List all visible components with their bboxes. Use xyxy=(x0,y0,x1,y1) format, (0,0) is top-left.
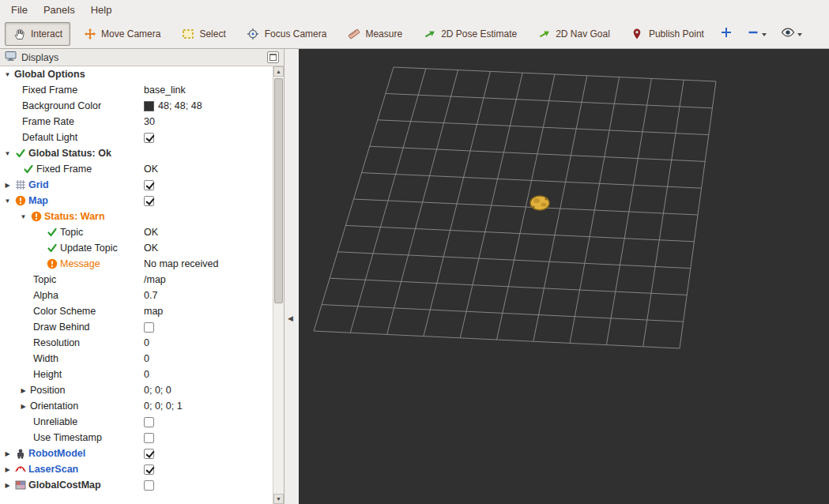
property-value[interactable]: map xyxy=(144,306,163,317)
tree-row[interactable]: Update TopicOK xyxy=(0,240,273,256)
expand-arrow-icon[interactable]: ▶ xyxy=(19,402,28,411)
tree-row[interactable]: ▶Position0; 0; 0 xyxy=(0,382,273,398)
tree-row[interactable]: ▶LaserScan xyxy=(0,461,273,477)
scroll-down-arrow-icon[interactable]: ▼ xyxy=(273,494,284,504)
property-value[interactable]: No map received xyxy=(144,258,219,269)
menu-help[interactable]: Help xyxy=(83,2,120,18)
toolbar: Interact Move Camera Select Focus Camera… xyxy=(0,19,829,49)
render-viewport[interactable] xyxy=(299,49,829,504)
checkbox[interactable] xyxy=(144,196,154,206)
tree-row[interactable]: ▼Map xyxy=(0,193,273,209)
checkbox[interactable] xyxy=(144,449,154,459)
tool-visibility-button[interactable] xyxy=(778,23,805,44)
tree-row[interactable]: Topic/map xyxy=(0,272,273,288)
collapse-arrow-icon[interactable]: ▼ xyxy=(3,149,12,158)
property-value xyxy=(144,133,154,143)
tree-row-left: ▶Grid xyxy=(3,179,49,191)
property-label: Message xyxy=(60,258,100,269)
tool-publish-point[interactable]: Publish Point xyxy=(623,22,712,46)
property-value xyxy=(144,417,154,427)
menu-panels[interactable]: Panels xyxy=(36,2,83,18)
property-value[interactable]: 0 xyxy=(144,369,149,380)
property-value[interactable]: 0.7 xyxy=(144,290,157,301)
tree-row[interactable]: ▼Global Options xyxy=(0,66,273,82)
property-value[interactable]: OK xyxy=(144,227,158,238)
collapse-arrow-icon[interactable]: ▼ xyxy=(3,197,12,205)
expand-arrow-icon[interactable]: ▶ xyxy=(3,465,12,474)
property-value[interactable]: 0 xyxy=(144,337,149,348)
checkbox[interactable] xyxy=(144,417,154,427)
checkbox[interactable] xyxy=(144,465,154,475)
property-value[interactable]: 0; 0; 0; 1 xyxy=(144,401,183,412)
property-label: LaserScan xyxy=(28,464,78,475)
tool-2d-pose-estimate[interactable]: 2D Pose Estimate xyxy=(415,22,525,46)
checkbox[interactable] xyxy=(144,322,154,333)
tree-row[interactable]: Color Schememap xyxy=(0,303,273,319)
checkbox[interactable] xyxy=(144,180,154,190)
select-icon xyxy=(181,28,194,40)
nav-goal-icon xyxy=(537,28,551,40)
checkbox[interactable] xyxy=(144,133,154,143)
tree-row[interactable]: Background Color48; 48; 48 xyxy=(0,98,273,114)
scroll-up-arrow-icon[interactable]: ▲ xyxy=(273,66,284,77)
expand-arrow-icon[interactable]: ▶ xyxy=(19,386,28,395)
tool-focus-camera[interactable]: Focus Camera xyxy=(239,22,335,46)
tree-row[interactable]: Height0 xyxy=(0,367,273,382)
tree-row[interactable]: Draw Behind xyxy=(0,319,273,335)
property-value[interactable]: 30 xyxy=(144,116,155,127)
property-value[interactable]: /map xyxy=(144,274,166,285)
float-panel-button[interactable] xyxy=(267,51,279,63)
panel-splitter[interactable]: ◀ xyxy=(285,49,299,504)
property-value[interactable]: OK xyxy=(144,164,158,175)
property-label: Width xyxy=(33,353,58,364)
tree-row[interactable]: ▶Orientation0; 0; 0; 1 xyxy=(0,398,273,414)
collapse-arrow-icon[interactable]: ▼ xyxy=(19,213,28,221)
checkbox[interactable] xyxy=(144,433,154,443)
scrollbar-thumb[interactable] xyxy=(274,78,283,303)
toolbar-right-group xyxy=(717,23,805,44)
tree-row[interactable]: ▶RobotModel xyxy=(0,446,273,461)
tool-measure[interactable]: Measure xyxy=(339,22,410,46)
tree-row[interactable]: Use Timestamp xyxy=(0,430,273,446)
collapse-panel-icon[interactable]: ◀ xyxy=(288,314,293,322)
warn-icon xyxy=(30,211,42,223)
tool-move-camera[interactable]: Move Camera xyxy=(75,22,168,46)
tool-select[interactable]: Select xyxy=(173,22,233,46)
remove-tool-button[interactable] xyxy=(744,23,770,44)
expand-arrow-icon[interactable]: ▶ xyxy=(3,449,12,458)
tree-row[interactable]: ▼Status: Warn xyxy=(0,209,273,224)
property-value xyxy=(144,196,154,206)
tree-scrollbar[interactable]: ▲ ▼ xyxy=(273,66,284,504)
tree-row[interactable]: ▼Global Status: Ok xyxy=(0,145,273,161)
tree-row[interactable]: Fixed Framebase_link xyxy=(0,82,273,98)
tree-row[interactable]: Fixed FrameOK xyxy=(0,161,273,177)
tree-row[interactable]: MessageNo map received xyxy=(0,256,273,272)
checkbox[interactable] xyxy=(144,480,154,491)
tree-row[interactable]: TopicOK xyxy=(0,224,273,240)
tree-row[interactable]: ▶Grid xyxy=(0,177,273,193)
property-value[interactable]: 0; 0; 0 xyxy=(144,385,171,396)
tree-row[interactable]: Alpha0.7 xyxy=(0,288,273,303)
tree-row[interactable]: ▶GlobalCostMap xyxy=(0,477,273,493)
property-value[interactable]: OK xyxy=(144,243,158,254)
displays-panel: Displays ▼Global OptionsFixed Framebase_… xyxy=(0,49,284,504)
tree-row[interactable]: Default Light xyxy=(0,130,273,145)
tree-row-left: Use Timestamp xyxy=(33,432,102,443)
expand-arrow-icon[interactable]: ▶ xyxy=(3,181,12,190)
tool-2d-nav-goal[interactable]: 2D Nav Goal xyxy=(529,22,618,46)
tree-row[interactable]: Frame Rate30 xyxy=(0,114,273,130)
tool-interact[interactable]: Interact xyxy=(5,22,70,46)
expand-arrow-icon[interactable]: ▶ xyxy=(3,481,12,490)
tree-row[interactable]: Unreliable xyxy=(0,414,273,430)
collapse-arrow-icon[interactable]: ▼ xyxy=(3,70,12,79)
displays-panel-header[interactable]: Displays xyxy=(0,49,284,66)
property-value[interactable]: base_link xyxy=(144,85,186,96)
tree-row[interactable]: Resolution0 xyxy=(0,335,273,351)
add-tool-button[interactable] xyxy=(717,23,736,44)
menu-file[interactable]: File xyxy=(3,2,36,18)
tree-row[interactable]: Width0 xyxy=(0,351,273,367)
property-label: Orientation xyxy=(30,401,78,412)
property-value[interactable]: 0 xyxy=(144,353,149,364)
tree-row-left: ▶RobotModel xyxy=(3,448,85,460)
color-swatch[interactable] xyxy=(144,101,154,111)
